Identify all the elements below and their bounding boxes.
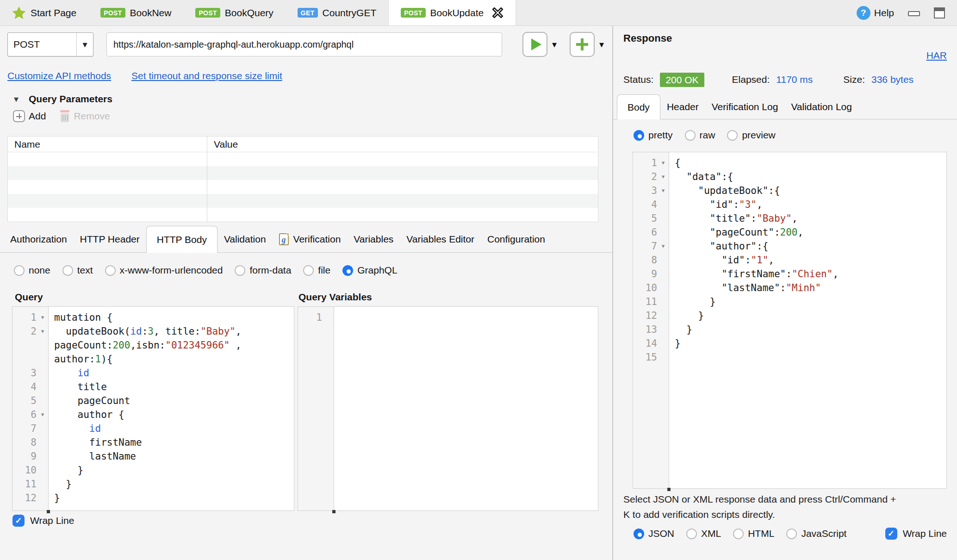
view-mode-raw[interactable]: raw — [685, 130, 715, 141]
add-dropdown-arrow-icon[interactable]: ▼ — [599, 41, 604, 48]
format-xml[interactable]: XML — [686, 528, 721, 539]
view-mode-pretty[interactable]: pretty — [634, 130, 673, 141]
window-tab-bar: Start PagePOSTBookNewPOSTBookQueryGETCou… — [0, 0, 957, 26]
wrap-line-toggle[interactable]: ✓ Wrap Line — [12, 515, 74, 527]
fold-arrow-icon[interactable]: ▾ — [657, 156, 669, 170]
cell-value[interactable] — [207, 166, 598, 180]
collapse-triangle-icon[interactable]: ▼ — [14, 96, 19, 103]
format-html[interactable]: HTML — [733, 528, 774, 539]
body-type-file[interactable]: file — [303, 265, 330, 276]
cell-name[interactable] — [8, 166, 207, 180]
subtab-verification[interactable]: gVerification — [273, 226, 348, 252]
tab-bookupdate[interactable]: POSTBookUpdate — [388, 0, 516, 25]
code-line: 7 id — [12, 422, 294, 436]
query-code-area[interactable]: 1▾mutation {2▾ updateBook(id:3, title:"B… — [12, 307, 294, 510]
tab-bookquery[interactable]: POSTBookQuery — [183, 0, 285, 25]
body-type-form-data[interactable]: form-data — [235, 265, 291, 276]
cell-name[interactable] — [8, 180, 207, 194]
fold-arrow-icon[interactable]: ▾ — [37, 408, 49, 422]
resize-grip[interactable] — [332, 510, 336, 513]
cell-value[interactable] — [207, 152, 598, 166]
body-type-graphql[interactable]: GraphQL — [342, 265, 397, 276]
fold-arrow-icon[interactable]: ▾ — [657, 170, 669, 184]
body-type-x-www-form-urlencoded[interactable]: x-www-form-urlencoded — [105, 265, 223, 276]
response-title: Response — [623, 32, 672, 44]
format-json[interactable]: JSON — [634, 528, 674, 539]
table-row[interactable] — [8, 180, 598, 194]
add-button[interactable] — [570, 32, 595, 57]
tab-booknew[interactable]: POSTBookNew — [88, 0, 183, 25]
set-timeout-link[interactable]: Set timeout and response size limit — [131, 70, 282, 81]
subtab-configuration[interactable]: Configuration — [481, 226, 552, 252]
subtab-authorization[interactable]: Authorization — [4, 226, 74, 252]
table-row[interactable] — [8, 152, 598, 166]
query-variables-code-area[interactable]: 1 — [298, 307, 598, 510]
response-tab-header[interactable]: Header — [660, 94, 705, 119]
table-row[interactable] — [8, 208, 598, 222]
add-parameter-label: Add — [29, 111, 46, 122]
help-button[interactable]: ? Help — [857, 6, 894, 20]
query-variables-editor[interactable]: 1 — [298, 306, 598, 511]
format-javascript[interactable]: JavaScript — [786, 528, 846, 539]
response-body-editor[interactable]: 1▾{2▾ "data":{3▾ "updateBook":{4 "id":"3… — [633, 152, 947, 489]
remove-parameter-button[interactable]: Remove — [60, 110, 110, 122]
subtab-validation[interactable]: Validation — [218, 226, 273, 252]
resize-grip[interactable] — [47, 510, 50, 513]
response-code-area[interactable]: 1▾{2▾ "data":{3▾ "updateBook":{4 "id":"3… — [633, 152, 946, 488]
tab-label: CountryGET — [323, 7, 377, 19]
code-line: 5 pageCount — [12, 394, 294, 408]
cell-name[interactable] — [8, 152, 207, 166]
code-line: 1▾mutation { — [12, 311, 294, 324]
subtab-variables-editor[interactable]: Variables Editor — [400, 226, 481, 252]
subtab-http-header[interactable]: HTTP Header — [74, 226, 146, 252]
response-tab-verification-log[interactable]: Verification Log — [705, 94, 785, 119]
fold-arrow-icon[interactable]: ▾ — [657, 239, 669, 253]
cell-value[interactable] — [207, 208, 598, 222]
subtab-label: Verification — [293, 234, 341, 245]
tab-start-page[interactable]: Start Page — [0, 0, 88, 25]
minimize-icon[interactable] — [908, 11, 920, 16]
body-type-none[interactable]: none — [14, 265, 50, 276]
cell-name[interactable] — [8, 194, 207, 208]
tab-countryget[interactable]: GETCountryGET — [286, 0, 388, 25]
send-request-button[interactable] — [522, 32, 547, 57]
subtab-variables[interactable]: Variables — [347, 226, 400, 252]
close-tab-icon[interactable] — [492, 7, 503, 19]
tab-label: Verification Log — [712, 101, 778, 112]
har-link[interactable]: HAR — [926, 50, 947, 61]
send-dropdown-arrow-icon[interactable]: ▼ — [552, 41, 557, 48]
response-tab-validation-log[interactable]: Validation Log — [784, 94, 858, 119]
response-wrap-line-toggle[interactable]: ✓ Wrap Line — [885, 528, 947, 540]
line-number — [12, 338, 37, 352]
cell-value[interactable] — [207, 180, 598, 194]
method-select[interactable]: POST ▼ — [7, 32, 93, 56]
add-plus-icon — [13, 110, 25, 122]
line-number: 15 — [633, 350, 657, 364]
query-editor[interactable]: 1▾mutation {2▾ updateBook(id:3, title:"B… — [12, 306, 294, 511]
line-number: 6 — [12, 408, 37, 422]
tab-label: Validation Log — [791, 101, 852, 112]
customize-api-methods-link[interactable]: Customize API methods — [7, 70, 111, 81]
body-type-text[interactable]: text — [62, 265, 93, 276]
method-dropdown-arrow-icon[interactable]: ▼ — [76, 33, 93, 56]
resize-grip[interactable] — [667, 488, 671, 491]
line-number: 13 — [633, 323, 657, 336]
cell-name[interactable] — [8, 208, 207, 222]
help-label: Help — [874, 7, 894, 19]
response-tab-body[interactable]: Body — [617, 94, 660, 119]
line-number: 3 — [12, 366, 37, 380]
maximize-icon[interactable] — [934, 7, 945, 19]
fold-arrow-icon[interactable]: ▾ — [37, 311, 49, 324]
code-text: } — [669, 336, 681, 350]
subtab-http-body[interactable]: HTTP Body — [146, 226, 218, 253]
table-row[interactable] — [8, 166, 598, 180]
view-mode-preview[interactable]: preview — [727, 130, 775, 141]
cell-value[interactable] — [207, 194, 598, 208]
table-row[interactable] — [8, 194, 598, 208]
fold-arrow-icon[interactable]: ▾ — [657, 184, 669, 198]
fold-arrow-icon[interactable]: ▾ — [37, 324, 49, 338]
fold-spacer — [37, 449, 49, 463]
url-input[interactable] — [106, 32, 502, 56]
line-number: 12 — [12, 491, 37, 505]
add-parameter-button[interactable]: Add — [13, 110, 46, 122]
